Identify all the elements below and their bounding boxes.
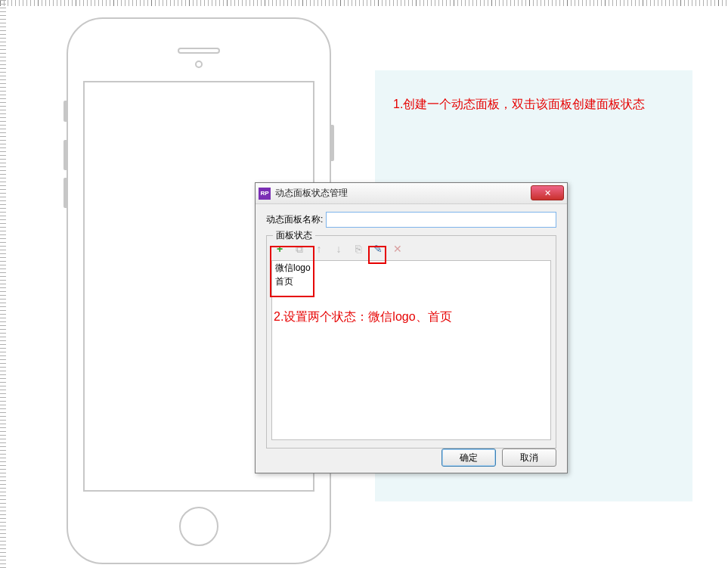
panel-name-label: 动态面板名称: [266, 213, 323, 226]
edit-all-states-button[interactable]: ✎ [371, 242, 385, 256]
list-item[interactable]: 微信logo [272, 261, 550, 275]
delete-state-button[interactable]: ✕ [391, 242, 404, 256]
dialog-title: 动态面板状态管理 [275, 187, 348, 200]
close-button[interactable]: ✕ [531, 185, 564, 200]
duplicate-state-button[interactable]: ⧉ [293, 242, 306, 256]
states-toolbar: + ⧉ ↑ ↓ ⎘ ✎ ✕ [271, 241, 551, 260]
edit-icon: ✎ [373, 243, 383, 255]
close-icon: ✕ [544, 188, 551, 197]
phone-speaker [178, 48, 220, 54]
move-up-button[interactable]: ↑ [312, 242, 326, 256]
phone-power-button [331, 125, 334, 161]
move-down-button[interactable]: ↓ [332, 242, 345, 256]
copy-icon: ⎘ [355, 243, 361, 255]
ruler-left [0, 0, 6, 568]
ok-button[interactable]: 确定 [441, 449, 496, 467]
arrow-down-icon: ↓ [336, 243, 342, 255]
phone-camera [195, 61, 203, 68]
annotation-1: 1.创建一个动态面板，双击该面板创建面板状态 [393, 95, 695, 114]
phone-volume-down [64, 178, 67, 208]
dynamic-panel-state-dialog: RP 动态面板状态管理 ✕ 动态面板名称: 面板状态 + ⧉ ↑ [255, 182, 568, 473]
list-item[interactable]: 首页 [272, 275, 550, 288]
phone-home-button[interactable] [179, 507, 218, 546]
panel-name-input[interactable] [326, 212, 556, 228]
cancel-button[interactable]: 取消 [502, 449, 556, 467]
annotation-2: 2.设置两个状态：微信logo、首页 [274, 307, 452, 327]
phone-mute-switch [64, 101, 67, 122]
add-state-button[interactable]: + [273, 242, 287, 256]
plus-icon: + [277, 243, 283, 255]
dialog-titlebar[interactable]: RP 动态面板状态管理 ✕ [256, 183, 567, 204]
copy-state-button[interactable]: ⎘ [352, 242, 365, 256]
arrow-up-icon: ↑ [317, 243, 322, 255]
duplicate-icon: ⧉ [296, 243, 303, 256]
delete-icon: ✕ [393, 243, 402, 255]
phone-volume-up [64, 140, 67, 170]
ruler-top [0, 0, 728, 6]
app-icon: RP [259, 188, 271, 200]
states-listbox[interactable]: 微信logo 首页 [271, 260, 551, 440]
panel-states-fieldset: 面板状态 + ⧉ ↑ ↓ ⎘ ✎ [266, 235, 556, 449]
